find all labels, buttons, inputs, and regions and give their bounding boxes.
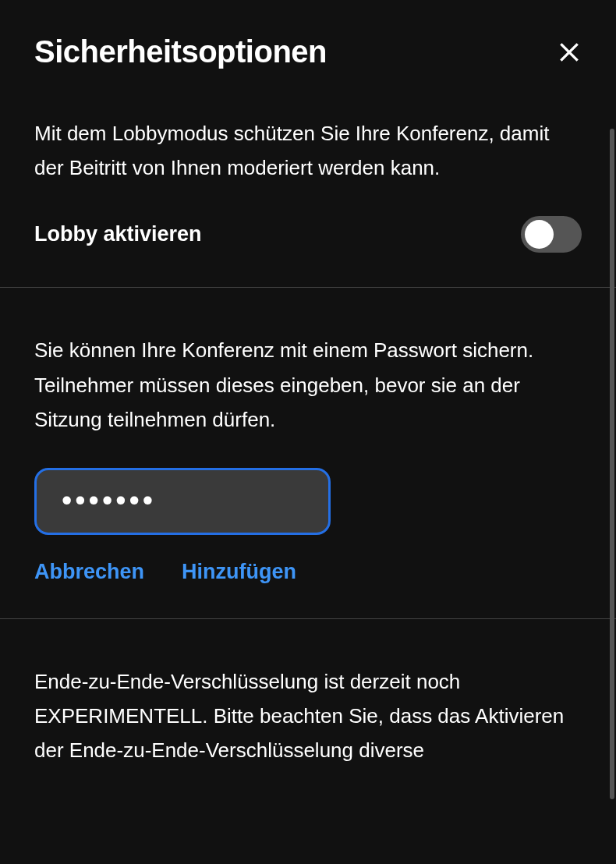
modal-title: Sicherheitsoptionen bbox=[34, 34, 327, 69]
password-section: Sie können Ihre Konferenz mit einem Pass… bbox=[34, 288, 582, 618]
modal-header: Sicherheitsoptionen bbox=[34, 34, 582, 69]
toggle-knob bbox=[525, 220, 554, 249]
scrollbar[interactable] bbox=[610, 129, 614, 799]
close-icon bbox=[557, 40, 582, 65]
lobby-section: Mit dem Lobbymodus schützen Sie Ihre Kon… bbox=[34, 116, 582, 287]
password-button-row: Abbrechen Hinzufügen bbox=[34, 560, 582, 584]
add-button[interactable]: Hinzufügen bbox=[182, 560, 296, 584]
lobby-toggle-label: Lobby aktivieren bbox=[34, 222, 202, 246]
e2e-description: Ende-zu-Ende-Verschlüsselung ist derzeit… bbox=[34, 664, 582, 768]
password-input[interactable] bbox=[34, 468, 331, 535]
e2e-section: Ende-zu-Ende-Verschlüsselung ist derzeit… bbox=[34, 619, 582, 834]
cancel-button[interactable]: Abbrechen bbox=[34, 560, 144, 584]
lobby-description: Mit dem Lobbymodus schützen Sie Ihre Kon… bbox=[34, 116, 582, 185]
password-description: Sie können Ihre Konferenz mit einem Pass… bbox=[34, 333, 582, 437]
security-options-modal: Sicherheitsoptionen Mit dem Lobbymodus s… bbox=[0, 0, 616, 864]
lobby-toggle[interactable] bbox=[521, 216, 582, 253]
close-button[interactable] bbox=[557, 40, 582, 65]
lobby-toggle-row: Lobby aktivieren bbox=[34, 216, 582, 253]
